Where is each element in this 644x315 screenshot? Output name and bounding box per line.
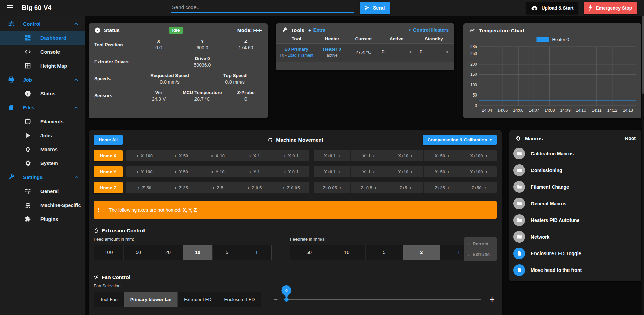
extra-button[interactable]: + Extra	[308, 27, 325, 33]
page-scrollbar[interactable]	[642, 16, 644, 315]
jog-z-plus-0-5[interactable]: Z+0.5›	[350, 182, 387, 193]
macro-item-enclosure-led-toggle[interactable]: Enclosure LED Toggle	[509, 245, 641, 262]
home-z-button[interactable]: Home Z	[94, 182, 123, 193]
jog-z-minus-25[interactable]: ‹Z-25	[163, 182, 200, 193]
jog-x-minus-10[interactable]: ‹X-10	[200, 150, 236, 161]
send-button[interactable]: Send	[360, 2, 390, 14]
macro-item-heaters-pid-autotune[interactable]: Heaters PID Autotune	[509, 212, 641, 228]
jog-group-x-positive: X+0.1› X+1› X+10› X+50› X+100›	[314, 150, 497, 161]
feed-amount-20[interactable]: 20	[153, 245, 183, 260]
macro-item-network[interactable]: Network	[509, 228, 641, 245]
feedrate-50[interactable]: 50	[290, 245, 328, 260]
home-y-button[interactable]: Home Y	[94, 166, 123, 177]
sidebar-group-job[interactable]: Job	[0, 73, 85, 87]
jog-y-plus-0-1[interactable]: Y+0.1›	[314, 166, 350, 177]
jog-y-minus-0-1[interactable]: ‹Y-0.1	[273, 166, 309, 177]
sidebar-item-system[interactable]: System	[0, 156, 85, 170]
feed-amount-100[interactable]: 100	[94, 245, 123, 260]
sidebar-item-general[interactable]: General	[0, 184, 85, 198]
jog-y-minus-100[interactable]: ‹Y-100	[126, 166, 163, 177]
sidebar-item-plugins[interactable]: Plugins	[0, 212, 85, 226]
jog-x-minus-100[interactable]: ‹X-100	[126, 150, 163, 161]
jog-z-minus-0-05[interactable]: ‹Z-0.05	[273, 182, 309, 193]
sidebar-group-settings[interactable]: Settings	[0, 170, 85, 184]
jog-label: Z+5	[399, 185, 407, 190]
jog-z-plus-5[interactable]: Z+5›	[387, 182, 424, 193]
retract-button[interactable]: ↑Retract	[468, 241, 493, 246]
extrude-button[interactable]: ↓Extrude	[468, 252, 493, 257]
upload-start-button[interactable]: Upload & Start	[526, 2, 579, 14]
home-all-button[interactable]: Home All	[94, 135, 123, 145]
jog-z-minus-0-5[interactable]: ‹Z-0.5	[236, 182, 273, 193]
jog-x-minus-1[interactable]: ‹X-1	[236, 150, 273, 161]
feedrate-10[interactable]: 10	[328, 245, 365, 260]
slider-thumb[interactable]	[284, 297, 289, 302]
macro-item-filament-change[interactable]: Filament Change	[509, 178, 641, 195]
slider-decrease-button[interactable]: −	[273, 295, 278, 304]
jog-z-plus-0-05[interactable]: Z+0.05›	[314, 182, 350, 193]
jog-y-plus-1[interactable]: Y+1›	[350, 166, 387, 177]
jog-x-plus-10[interactable]: X+10›	[387, 150, 424, 161]
standby-temp-select[interactable]: 0 ▾	[419, 48, 449, 56]
jog-y-plus-50[interactable]: Y+50›	[423, 166, 460, 177]
feed-amount-5[interactable]: 5	[212, 245, 242, 260]
jog-y-minus-1[interactable]: ‹Y-1	[236, 166, 273, 177]
svg-text:14:12: 14:12	[607, 108, 617, 113]
jog-label: Y+1	[362, 169, 371, 174]
sidebar-item-jobs[interactable]: Jobs	[0, 128, 85, 142]
sidebar-item-console[interactable]: Console	[0, 45, 85, 59]
jog-x-plus-1[interactable]: X+1›	[350, 150, 387, 161]
macro-item-comissioning[interactable]: Comissioning	[509, 162, 641, 178]
sidebar-item-machine-specific[interactable]: Machine-Specific	[0, 198, 85, 212]
jog-x-plus-50[interactable]: X+50›	[423, 150, 460, 161]
jog-z-plus-25[interactable]: Z+25›	[423, 182, 460, 193]
jog-y-minus-10[interactable]: ‹Y-10	[200, 166, 236, 177]
slider-increase-button[interactable]: +	[489, 294, 495, 305]
scrollbar-thumb[interactable]	[642, 16, 644, 94]
jog-z-minus-50[interactable]: ‹Z-50	[126, 182, 163, 193]
control-heaters-button[interactable]: ▾ Control Heaters	[409, 27, 449, 33]
feedrate-2[interactable]: 2	[403, 245, 440, 260]
sidebar-item-height-map[interactable]: Height Map	[0, 59, 85, 73]
jog-y-minus-50[interactable]: ‹Y-50	[163, 166, 200, 177]
macro-item-move-head-front[interactable]: Move head to the front	[509, 262, 641, 278]
macros-title: Macros	[525, 136, 543, 141]
feed-amount-50[interactable]: 50	[123, 245, 153, 260]
svg-text:14:11: 14:11	[592, 108, 601, 113]
slider-track[interactable]: 0	[285, 299, 481, 300]
compensation-calibration-button[interactable]: Compensation & Calibration ▾	[423, 135, 497, 145]
menu-button[interactable]	[5, 3, 15, 13]
tool-name-link[interactable]: E0 Primary	[278, 47, 315, 52]
fan-option-tool-fan[interactable]: Tool Fan	[94, 292, 124, 307]
sidebar-item-filaments[interactable]: Filaments	[0, 115, 85, 128]
home-y-label: Home Y	[100, 169, 116, 174]
emergency-stop-button[interactable]: Emergency Stop	[584, 2, 637, 14]
macro-item-calibration-macros[interactable]: Calibration Macros	[509, 145, 641, 162]
feed-amount-10[interactable]: 10	[183, 245, 212, 260]
send-code-input[interactable]	[171, 3, 354, 13]
feed-amount-1[interactable]: 1	[242, 245, 271, 260]
fan-option-extruder-led[interactable]: Extruder LED	[177, 292, 218, 307]
active-temp-select[interactable]: 0 ▾	[381, 48, 412, 56]
home-x-button[interactable]: Home X	[94, 150, 123, 161]
jog-x-minus-0-1[interactable]: ‹X-0.1	[273, 150, 309, 161]
load-filament-link[interactable]: Load Filament	[288, 53, 313, 58]
sidebar-item-dashboard[interactable]: Dashboard	[0, 31, 85, 45]
jog-z-minus-5[interactable]: ‹Z-5	[200, 182, 236, 193]
sidebar-item-status[interactable]: Status	[0, 87, 85, 101]
feedrate-5[interactable]: 5	[365, 245, 403, 260]
jog-z-plus-50[interactable]: Z+50›	[460, 182, 497, 193]
fan-option-primary-blower[interactable]: Primary blower fan	[124, 292, 178, 307]
jog-y-plus-100[interactable]: Y+100›	[460, 166, 497, 177]
macro-item-general-macros[interactable]: General Macros	[509, 195, 641, 212]
sidebar-item-macros[interactable]: Macros	[0, 142, 85, 156]
jog-y-plus-10[interactable]: Y+10›	[387, 166, 424, 177]
sidebar-group-control[interactable]: Control	[0, 17, 85, 31]
fan-option-enclosure-led[interactable]: Enclosure LED	[218, 292, 261, 307]
jog-x-minus-50[interactable]: ‹X-50	[163, 150, 200, 161]
jog-x-plus-0-1[interactable]: X+0.1›	[314, 150, 350, 161]
jog-x-plus-100[interactable]: X+100›	[460, 150, 497, 161]
jog-label: X+50	[435, 153, 445, 158]
heater-link[interactable]: Heater 0	[315, 47, 350, 52]
sidebar-group-files[interactable]: Files	[0, 101, 85, 115]
